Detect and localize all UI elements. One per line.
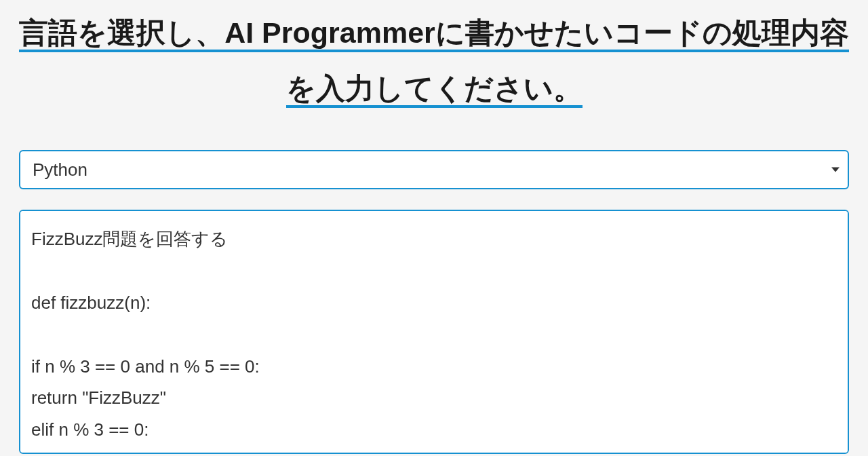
language-select[interactable]: Python [19,150,849,189]
page-heading: 言語を選択し、AI Programmerに書かせたいコードの処理内容 を入力して… [19,5,849,116]
main-container: 言語を選択し、AI Programmerに書かせたいコードの処理内容 を入力して… [0,5,868,456]
code-textarea[interactable] [19,210,849,454]
heading-line-2: を入力してください。 [286,72,583,108]
language-select-wrapper: Python [19,150,849,189]
heading-line-1: 言語を選択し、AI Programmerに書かせたいコードの処理内容 [19,16,849,52]
